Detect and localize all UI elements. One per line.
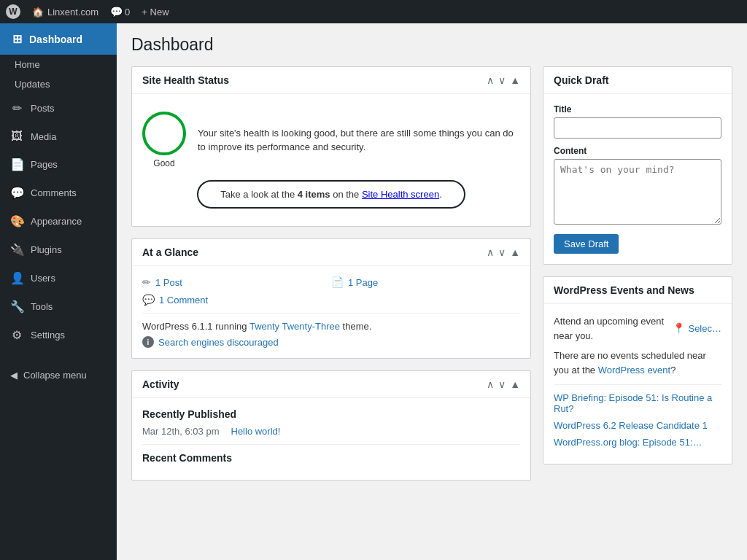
health-notice-container: Take a look at the 4 items on the Site H…: [157, 180, 506, 209]
posts-link[interactable]: 1 Post: [155, 277, 182, 288]
site-health-controls: ∧ ∨ ▲: [487, 74, 520, 86]
dashboard-icon: ⊞: [10, 32, 23, 46]
activity-controls: ∧ ∨ ▲: [487, 378, 520, 390]
right-column: Quick Draft Title Content Save Draft: [543, 66, 732, 492]
draft-content-textarea[interactable]: [554, 159, 721, 225]
wordpress-event-link[interactable]: WordPress event: [598, 365, 670, 376]
news-link-1[interactable]: WP Briefing: Episode 51: Is Routine a Ru…: [554, 392, 712, 414]
title-label: Title: [554, 104, 721, 114]
recent-comments-label: Recent Comments: [142, 452, 520, 464]
news-item-3: WordPress.org blog: Episode 51:…: [554, 437, 721, 448]
collapse-down-icon-3[interactable]: ∨: [498, 378, 506, 390]
collapse-up-icon-2[interactable]: ∧: [487, 246, 494, 258]
site-health-header: Site Health Status ∧ ∨ ▲: [132, 67, 530, 94]
site-health-link[interactable]: Site Health screen: [362, 189, 439, 200]
sidebar-item-tools[interactable]: 🔧 Tools: [0, 292, 117, 321]
divider-2: [142, 444, 520, 445]
health-notice-middle: on the: [330, 189, 362, 200]
glance-comments: 💬 1 Comment: [142, 294, 331, 306]
recently-published-label: Recently Published: [142, 408, 520, 420]
health-notice-text: Take a look at the: [220, 189, 298, 200]
events-body: Attend an upcoming event near you. 📍 Sel…: [543, 304, 732, 464]
sidebar-item-plugins[interactable]: 🔌 Plugins: [0, 236, 117, 264]
site-name[interactable]: 🏠 Linxent.com: [32, 7, 98, 18]
admin-bar: W 🏠 Linxent.com 💬 0 + New: [0, 0, 747, 23]
events-widget: WordPress Events and News Attend an upco…: [543, 276, 732, 464]
news-item-2: WordPress 6.2 Release Candidate 1: [554, 420, 721, 431]
sidebar-item-dashboard[interactable]: ⊞ Dashboard: [0, 23, 117, 55]
select-location-link[interactable]: Selec…: [688, 322, 721, 336]
collapse-up-icon-3[interactable]: ∧: [487, 378, 494, 390]
at-a-glance-body: ✏ 1 Post 📄 1 Page 💬 1 Comment: [132, 266, 530, 358]
at-a-glance-header: At a Glance ∧ ∨ ▲: [132, 239, 530, 266]
tools-icon: 🔧: [10, 300, 23, 314]
sidebar-item-home[interactable]: Home: [0, 55, 117, 74]
comments-bubble[interactable]: 💬 0: [110, 6, 130, 18]
pages-link[interactable]: 1 Page: [348, 277, 378, 288]
theme-link[interactable]: Twenty Twenty-Three: [249, 321, 340, 332]
sidebar-item-media[interactable]: 🖼 Media: [0, 122, 117, 150]
site-health-widget: Site Health Status ∧ ∨ ▲ Go: [131, 66, 531, 227]
health-notice-end: .: [439, 189, 442, 200]
health-indicator: Good: [142, 112, 186, 168]
collapse-up-icon[interactable]: ∧: [487, 74, 494, 86]
comment-icon: 💬: [142, 294, 155, 306]
main-content: Dashboard Site Health Status ∧ ∨ ▲: [117, 23, 747, 560]
save-draft-button[interactable]: Save Draft: [554, 234, 619, 254]
search-engines-discouraged-link[interactable]: Search engines discouraged: [158, 337, 279, 348]
news-link-3[interactable]: WordPress.org blog: Episode 51:…: [554, 437, 703, 448]
page-title: Dashboard: [131, 35, 732, 55]
quick-draft-title: Quick Draft: [554, 74, 608, 86]
toggle-icon-3[interactable]: ▲: [510, 378, 520, 390]
divider-events: [554, 384, 721, 385]
health-circle: [142, 112, 186, 155]
collapse-down-icon[interactable]: ∨: [498, 74, 506, 86]
sidebar-item-pages[interactable]: 📄 Pages: [0, 150, 117, 179]
events-title: WordPress Events and News: [554, 284, 694, 296]
pages-icon: 📄: [10, 158, 23, 171]
sidebar-item-settings[interactable]: ⚙ Settings: [0, 321, 117, 349]
info-icon: i: [142, 336, 154, 348]
site-health-body: Good Your site's health is looking good,…: [132, 94, 530, 226]
comments-link[interactable]: 1 Comment: [159, 295, 208, 306]
appearance-icon: 🎨: [10, 214, 23, 228]
post-title-link[interactable]: Hello world!: [231, 426, 281, 437]
news-link-2[interactable]: WordPress 6.2 Release Candidate 1: [554, 420, 708, 431]
site-health-inner: Good Your site's health is looking good,…: [142, 104, 520, 180]
settings-icon: ⚙: [10, 328, 23, 342]
new-content-button[interactable]: + New: [142, 7, 169, 18]
activity-widget: Activity ∧ ∨ ▲ Recently Published Mar 12…: [131, 370, 531, 481]
wp-logo[interactable]: W: [6, 4, 20, 19]
activity-body: Recently Published Mar 12th, 6:03 pm Hel…: [132, 398, 530, 480]
content-label: Content: [554, 146, 721, 156]
quick-draft-header: Quick Draft: [543, 67, 732, 94]
wp-wrap: ⊞ Dashboard Home Updates ✏ Posts 🖼 Media…: [0, 23, 747, 560]
page-icon: 📄: [331, 276, 344, 288]
activity-header: Activity ∧ ∨ ▲: [132, 371, 530, 398]
toggle-icon-2[interactable]: ▲: [510, 246, 520, 258]
health-description: Your site's health is looking good, but …: [198, 126, 520, 155]
no-events-text: There are no events scheduled near you a…: [554, 349, 721, 377]
news-item-1: WP Briefing: Episode 51: Is Routine a Ru…: [554, 392, 721, 414]
post-date: Mar 12th, 6:03 pm: [142, 426, 220, 437]
sidebar-item-updates[interactable]: Updates: [0, 74, 117, 94]
posts-icon: ✏: [10, 101, 23, 115]
collapse-menu-button[interactable]: ◀ Collapse menu: [0, 361, 117, 389]
collapse-down-icon-2[interactable]: ∨: [498, 246, 506, 258]
sidebar-item-appearance[interactable]: 🎨 Appearance: [0, 207, 117, 236]
toggle-icon[interactable]: ▲: [510, 74, 520, 86]
comments-icon: 💬: [10, 186, 23, 200]
site-health-title: Site Health Status: [142, 74, 229, 86]
dashboard-wrap: Dashboard Site Health Status ∧ ∨ ▲: [117, 23, 747, 504]
sidebar-item-posts[interactable]: ✏ Posts: [0, 94, 117, 122]
glance-posts: ✏ 1 Post: [142, 276, 331, 288]
sidebar-item-users[interactable]: 👤 Users: [0, 264, 117, 292]
sidebar-item-comments[interactable]: 💬 Comments: [0, 179, 117, 207]
left-column: Site Health Status ∧ ∨ ▲ Go: [131, 66, 531, 492]
draft-title-input[interactable]: [554, 117, 721, 139]
admin-sidebar: ⊞ Dashboard Home Updates ✏ Posts 🖼 Media…: [0, 23, 117, 560]
health-items-count: 4 items: [298, 189, 330, 200]
wp-version-text: WordPress 6.1.1 running Twenty Twenty-Th…: [142, 321, 520, 332]
media-icon: 🖼: [10, 130, 23, 143]
quick-draft-widget: Quick Draft Title Content Save Draft: [543, 66, 732, 265]
